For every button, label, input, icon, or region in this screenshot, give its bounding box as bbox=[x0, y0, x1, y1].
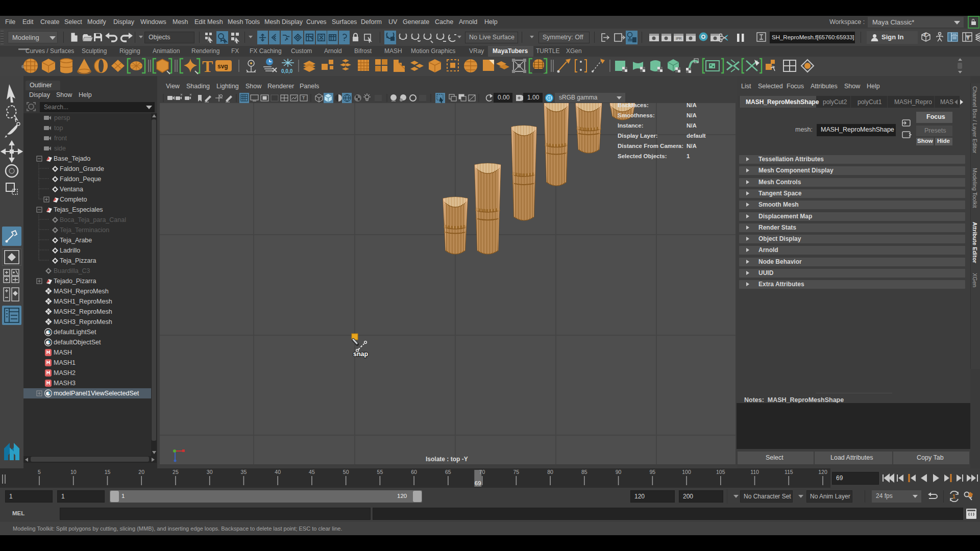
svg-text:MASH1_ReproMesh: MASH1_ReproMesh bbox=[54, 298, 112, 305]
svg-text:115: 115 bbox=[785, 469, 793, 475]
svg-text:20: 20 bbox=[138, 469, 144, 475]
svg-text:50: 50 bbox=[343, 469, 349, 475]
svg-text:60: 60 bbox=[411, 469, 417, 475]
svg-text:110: 110 bbox=[750, 469, 759, 475]
svg-text:T: T bbox=[967, 36, 969, 40]
svg-text:IPR: IPR bbox=[676, 37, 682, 40]
svg-text:N/A: N/A bbox=[687, 103, 697, 108]
svg-text:15: 15 bbox=[105, 469, 111, 475]
svg-text:Teja_Arabe: Teja_Arabe bbox=[60, 237, 92, 244]
svg-text:55: 55 bbox=[377, 469, 383, 475]
svg-text:Tejas_Especiales: Tejas_Especiales bbox=[54, 206, 103, 213]
svg-text:25: 25 bbox=[173, 469, 179, 475]
svg-text:10: 10 bbox=[70, 469, 77, 475]
svg-text:MASH2_ReproMesh: MASH2_ReproMesh bbox=[54, 308, 112, 315]
svg-text:70: 70 bbox=[479, 469, 485, 475]
svg-text:120: 120 bbox=[818, 469, 827, 475]
svg-text:MASH_ReproMesh: MASH_ReproMesh bbox=[54, 288, 109, 295]
svg-text:0,0,0: 0,0,0 bbox=[281, 68, 293, 74]
svg-text:MASH3: MASH3 bbox=[54, 380, 76, 387]
svg-text:T: T bbox=[202, 58, 213, 76]
svg-text:75: 75 bbox=[513, 469, 520, 475]
svg-text:Completo: Completo bbox=[60, 196, 87, 203]
svg-text:Backfaces:: Backfaces: bbox=[618, 103, 649, 108]
svg-text:Display Layer:: Display Layer: bbox=[618, 133, 658, 139]
svg-text:MASH3_ReproMesh: MASH3_ReproMesh bbox=[54, 318, 112, 325]
svg-text:100: 100 bbox=[682, 469, 691, 475]
svg-text:90: 90 bbox=[616, 469, 622, 475]
svg-text:Faldon_Peque: Faldon_Peque bbox=[60, 176, 101, 183]
svg-text:Boca_Teja_para_Canal: Boca_Teja_para_Canal bbox=[60, 216, 126, 223]
svg-text:Teja_Pizzara: Teja_Pizzara bbox=[60, 257, 96, 264]
svg-text:65: 65 bbox=[445, 469, 451, 475]
svg-text:N/A: N/A bbox=[687, 143, 697, 149]
svg-text:defaultObjectSet: defaultObjectSet bbox=[54, 339, 101, 346]
svg-text:Buardilla_C3: Buardilla_C3 bbox=[54, 267, 90, 274]
svg-text:30: 30 bbox=[207, 469, 213, 475]
svg-text:T: T bbox=[924, 33, 926, 37]
svg-text:svg: svg bbox=[217, 63, 228, 70]
svg-text:default: default bbox=[687, 133, 706, 139]
svg-text:front: front bbox=[54, 135, 67, 142]
svg-text:80: 80 bbox=[547, 469, 553, 475]
svg-text:modelPanel1ViewSelectedSet: modelPanel1ViewSelectedSet bbox=[54, 390, 139, 397]
svg-text:MASH2: MASH2 bbox=[54, 369, 76, 377]
svg-text:85: 85 bbox=[581, 469, 587, 475]
svg-text:69: 69 bbox=[475, 480, 481, 486]
svg-text:defaultLightSet: defaultLightSet bbox=[54, 329, 96, 336]
svg-text:MASH1: MASH1 bbox=[54, 359, 76, 366]
svg-text:N/A: N/A bbox=[687, 112, 697, 118]
svg-text:40: 40 bbox=[275, 469, 281, 475]
svg-text:Instance:: Instance: bbox=[618, 122, 644, 129]
svg-text:95: 95 bbox=[649, 469, 655, 475]
svg-text:Selected Objects:: Selected Objects: bbox=[618, 153, 667, 159]
svg-text:Isolate : top -Y: Isolate : top -Y bbox=[426, 456, 468, 463]
svg-text:105: 105 bbox=[716, 469, 725, 475]
svg-text:T: T bbox=[302, 95, 305, 101]
svg-text:5: 5 bbox=[38, 469, 41, 475]
svg-text:Base_Tejado: Base_Tejado bbox=[54, 155, 90, 162]
svg-text:Faldon_Grande: Faldon_Grande bbox=[60, 165, 104, 172]
svg-text:MASH: MASH bbox=[54, 349, 72, 356]
svg-text:Tejado_Pizarra: Tejado_Pizarra bbox=[54, 278, 96, 285]
svg-text:side: side bbox=[54, 145, 66, 152]
svg-text:1: 1 bbox=[687, 153, 690, 159]
svg-text:N/A: N/A bbox=[687, 122, 697, 129]
svg-text:Ventana: Ventana bbox=[60, 186, 83, 193]
svg-text:Teja_Terminacion: Teja_Terminacion bbox=[60, 227, 109, 234]
svg-text:Ladrillo: Ladrillo bbox=[60, 247, 80, 254]
svg-text:35: 35 bbox=[241, 469, 247, 475]
svg-text:Distance From Camera:: Distance From Camera: bbox=[618, 143, 683, 149]
svg-text:persp: persp bbox=[54, 114, 70, 121]
svg-text:top: top bbox=[54, 124, 63, 132]
svg-text:1: 1 bbox=[952, 494, 955, 499]
svg-text:45: 45 bbox=[309, 469, 315, 475]
svg-text:Smoothness:: Smoothness: bbox=[618, 112, 655, 118]
svg-text:snap: snap bbox=[353, 350, 369, 358]
